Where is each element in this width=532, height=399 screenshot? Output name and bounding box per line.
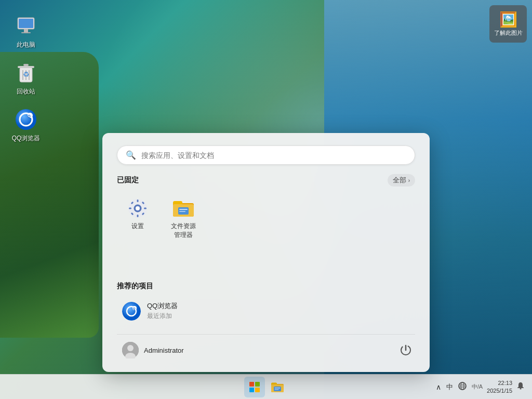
- pinned-app-file-explorer[interactable]: 文件资源管理器: [163, 193, 204, 245]
- tray-globe[interactable]: [457, 381, 468, 393]
- svg-rect-44: [274, 387, 281, 391]
- recommended-item-qq-browser[interactable]: Q QQ浏览器 最近添加: [117, 297, 415, 325]
- pinned-app-settings[interactable]: 设置: [117, 193, 158, 245]
- svg-point-32: [122, 302, 141, 321]
- svg-text:Q: Q: [28, 114, 31, 118]
- recommended-items-list: Q QQ浏览器 最近添加: [117, 297, 415, 325]
- time-date-display[interactable]: 22:13 2025/1/15: [487, 379, 512, 394]
- recommended-section: 推荐的项目: [117, 282, 415, 325]
- svg-rect-30: [179, 209, 188, 210]
- search-icon: 🔍: [126, 150, 136, 160]
- taskbar-file-explorer[interactable]: [267, 377, 288, 397]
- pinned-title: 已固定: [117, 176, 139, 185]
- start-button[interactable]: [244, 377, 265, 397]
- tray-chevron[interactable]: ∧: [435, 382, 442, 392]
- svg-point-17: [136, 206, 140, 210]
- folder-svg: [173, 199, 194, 218]
- recycle-bin-label: 回收站: [17, 87, 35, 96]
- svg-rect-6: [23, 64, 29, 66]
- system-tray: ∧ 中 中/A 22:13 2025/1/15: [435, 379, 526, 394]
- this-computer-svg: [15, 15, 37, 37]
- this-computer-icon: [14, 14, 38, 38]
- taskbar: ∧ 中 中/A 22:13 2025/1/15: [0, 374, 532, 399]
- svg-rect-18: [137, 200, 139, 202]
- taskbar-folder-svg: [271, 381, 284, 393]
- rec-qq-browser-name: QQ浏览器: [147, 301, 178, 311]
- recommended-header: 推荐的项目: [117, 282, 415, 291]
- svg-point-11: [16, 109, 36, 130]
- globe-svg: [458, 382, 467, 390]
- windows-logo: [249, 382, 260, 392]
- desktop: 🖼️ 了解此图片 此电脑 ♻: [0, 0, 532, 399]
- win-logo-blue: [249, 388, 254, 392]
- win-logo-yellow: [255, 388, 260, 392]
- user-info[interactable]: Administrator: [117, 339, 189, 362]
- qq-browser-desktop-label: QQ浏览器: [12, 134, 41, 143]
- file-explorer-label: 文件资源管理器: [170, 222, 197, 240]
- gear-svg: [127, 198, 148, 219]
- qq-browser-svg: Q: [15, 108, 37, 131]
- this-computer-label: 此电脑: [17, 41, 35, 49]
- desktop-icon-qq-browser[interactable]: Q QQ浏览器: [5, 104, 47, 146]
- start-menu: 🔍 已固定 全部 ›: [102, 133, 430, 372]
- svg-rect-2: [24, 29, 28, 32]
- svg-rect-1: [19, 19, 33, 28]
- bell-svg: [516, 382, 525, 390]
- win-logo-green: [255, 382, 260, 387]
- chevron-icon: ›: [408, 178, 410, 183]
- menu-bottom-bar: Administrator: [117, 334, 415, 362]
- rec-qq-browser-text: QQ浏览器 最近添加: [147, 301, 178, 321]
- svg-rect-52: [520, 388, 522, 390]
- user-avatar: [122, 342, 139, 358]
- learn-image-label: 了解此图片: [494, 29, 523, 37]
- file-explorer-icon: [173, 198, 194, 219]
- svg-rect-45: [275, 388, 281, 389]
- desktop-icon-recycle-bin[interactable]: ♻ 回收站: [5, 57, 47, 99]
- svg-rect-20: [129, 208, 131, 209]
- power-icon: [400, 344, 411, 356]
- settings-icon: [127, 198, 148, 219]
- svg-rect-19: [137, 215, 139, 217]
- spacer: [117, 254, 415, 272]
- rec-qq-browser-icon: Q: [122, 302, 141, 321]
- rec-qq-svg: Q: [122, 302, 141, 321]
- learn-image-icon[interactable]: 🖼️ 了解此图片: [489, 5, 527, 43]
- tray-input-method[interactable]: 中/A: [471, 382, 484, 392]
- avatar-svg: [122, 342, 139, 358]
- recycle-bin-svg: ♻: [16, 61, 36, 84]
- svg-text:Q: Q: [133, 307, 136, 310]
- svg-point-37: [127, 345, 134, 351]
- all-button-label: 全部: [393, 176, 406, 185]
- svg-rect-31: [179, 211, 185, 212]
- desktop-icon-this-computer[interactable]: 此电脑: [5, 10, 47, 52]
- power-button[interactable]: [396, 341, 415, 360]
- all-button[interactable]: 全部 ›: [388, 174, 415, 187]
- taskbar-right: ∧ 中 中/A 22:13 2025/1/15: [435, 379, 532, 394]
- taskbar-center: [244, 377, 288, 397]
- user-name-label: Administrator: [144, 347, 184, 354]
- pinned-apps-grid: 设置: [117, 193, 415, 245]
- search-bar[interactable]: 🔍: [117, 145, 415, 165]
- recycle-bin-icon: ♻: [14, 60, 38, 85]
- tray-lang[interactable]: 中: [445, 381, 454, 393]
- qq-browser-desktop-icon: Q: [14, 107, 38, 132]
- svg-rect-21: [144, 208, 147, 209]
- tray-bell-icon[interactable]: [515, 381, 526, 393]
- time-display: 22:13: [487, 379, 512, 387]
- pinned-header: 已固定 全部 ›: [117, 174, 415, 187]
- pinned-section: 已固定 全部 ›: [117, 174, 415, 245]
- recommended-title: 推荐的项目: [117, 282, 153, 291]
- win-logo-red: [249, 382, 254, 387]
- settings-label: 设置: [131, 222, 144, 231]
- svg-rect-46: [275, 389, 279, 390]
- search-input[interactable]: [141, 151, 406, 159]
- rec-qq-browser-sub: 最近添加: [147, 312, 178, 321]
- svg-rect-3: [21, 32, 31, 33]
- date-display: 2025/1/15: [487, 387, 512, 394]
- learn-image-symbol: 🖼️: [499, 11, 517, 28]
- svg-rect-5: [18, 66, 34, 68]
- svg-text:♻: ♻: [23, 70, 30, 78]
